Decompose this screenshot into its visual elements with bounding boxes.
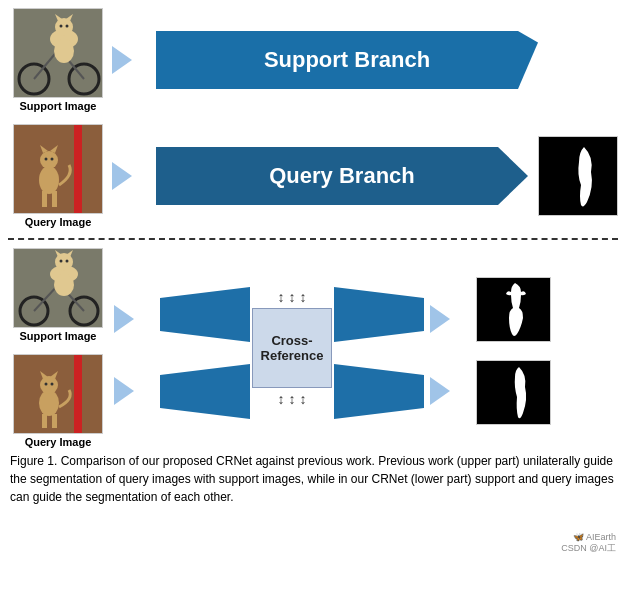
svg-rect-39 xyxy=(42,414,47,428)
arrow-to-output-support xyxy=(430,305,470,333)
query-img-box-lower xyxy=(13,354,103,434)
arrow-query-lower xyxy=(114,377,154,405)
support-branch-banner: Support Branch xyxy=(156,31,538,89)
lower-left-images: Support Image xyxy=(8,248,108,448)
cross-reference-label: Cross- Reference xyxy=(253,333,331,363)
query-output-lower xyxy=(476,360,551,425)
arrow-to-query-branch xyxy=(112,162,152,190)
svg-rect-22 xyxy=(539,137,618,216)
middle-section: ↕ ↕ ↕ Cross- Reference ↕ ↕ ↕ xyxy=(252,290,332,406)
ud-arrow-5: ↕ xyxy=(289,392,296,406)
right-trapezoids xyxy=(334,277,424,419)
arrow-to-support-branch xyxy=(112,46,152,74)
caption: Figure 1. Comparison of our proposed CRN… xyxy=(8,452,618,506)
svg-point-43 xyxy=(45,383,48,386)
up-arrows-top: ↕ ↕ ↕ xyxy=(278,290,307,304)
cross-reference-box: Cross- Reference xyxy=(252,308,332,388)
svg-point-10 xyxy=(60,25,63,28)
query-image-label-lower: Query Image xyxy=(25,436,92,448)
ud-arrow-4: ↕ xyxy=(278,392,285,406)
svg-rect-36 xyxy=(74,355,82,434)
support-img-box-lower xyxy=(13,248,103,328)
svg-rect-35 xyxy=(14,355,103,434)
svg-point-34 xyxy=(66,260,69,263)
query-branch-label: Query Branch xyxy=(269,163,415,189)
svg-rect-16 xyxy=(42,191,47,207)
query-branch-banner: Query Branch xyxy=(156,147,528,205)
support-branch-label: Support Branch xyxy=(264,47,430,73)
trap-right-bottom xyxy=(334,364,424,419)
svg-point-33 xyxy=(60,260,63,263)
ud-arrow-2: ↕ xyxy=(289,290,296,304)
caption-text: Figure 1. Comparison of our proposed CRN… xyxy=(10,454,614,504)
support-image-label-lower: Support Image xyxy=(19,330,96,342)
svg-rect-12 xyxy=(14,125,103,214)
support-img-box-upper xyxy=(13,8,103,98)
right-outputs xyxy=(476,271,551,425)
svg-point-21 xyxy=(51,158,54,161)
ud-arrow-6: ↕ xyxy=(300,392,307,406)
svg-point-29 xyxy=(54,274,74,296)
watermark-line1: 🦋 AIEarth xyxy=(561,532,616,542)
trap-left-bottom xyxy=(160,364,250,419)
upper-section: Support Image Support Branch xyxy=(8,8,618,240)
svg-point-38 xyxy=(40,376,58,394)
support-image-label-upper: Support Image xyxy=(19,100,96,112)
support-output-lower xyxy=(476,277,551,342)
left-trapezoids xyxy=(160,277,250,419)
watermark-line2: CSDN @AI工 xyxy=(561,542,616,555)
down-arrows-bottom: ↕ ↕ ↕ xyxy=(278,392,307,406)
arrow-to-output-query xyxy=(430,377,470,405)
svg-point-11 xyxy=(66,25,69,28)
svg-rect-17 xyxy=(52,191,57,207)
support-image-lower: Support Image xyxy=(8,248,108,342)
main-container: Support Image Support Branch xyxy=(0,0,626,605)
trap-left-top xyxy=(160,287,250,342)
query-image-upper: Query Image xyxy=(8,124,108,228)
svg-rect-13 xyxy=(74,125,82,214)
trap-right-top xyxy=(334,287,424,342)
svg-point-15 xyxy=(40,151,58,169)
query-output-upper xyxy=(538,136,618,216)
svg-point-7 xyxy=(55,18,73,36)
svg-point-6 xyxy=(54,39,74,63)
svg-point-44 xyxy=(51,383,54,386)
support-image-upper: Support Image xyxy=(8,8,108,112)
svg-point-20 xyxy=(45,158,48,161)
support-branch-row: Support Image Support Branch xyxy=(8,8,618,112)
svg-point-14 xyxy=(39,166,59,194)
svg-rect-46 xyxy=(477,361,551,425)
query-img-box-upper xyxy=(13,124,103,214)
query-image-label-upper: Query Image xyxy=(25,216,92,228)
query-image-lower: Query Image xyxy=(8,354,108,448)
lower-section: Support Image xyxy=(8,240,618,506)
ud-arrow-1: ↕ xyxy=(278,290,285,304)
ud-arrow-3: ↕ xyxy=(300,290,307,304)
svg-rect-40 xyxy=(52,414,57,428)
lower-diagram: Support Image xyxy=(8,248,618,448)
watermark: 🦋 AIEarth CSDN @AI工 xyxy=(561,532,616,555)
query-branch-row: Query Image Query Branch xyxy=(8,124,618,228)
arrow-support-lower xyxy=(114,305,154,333)
